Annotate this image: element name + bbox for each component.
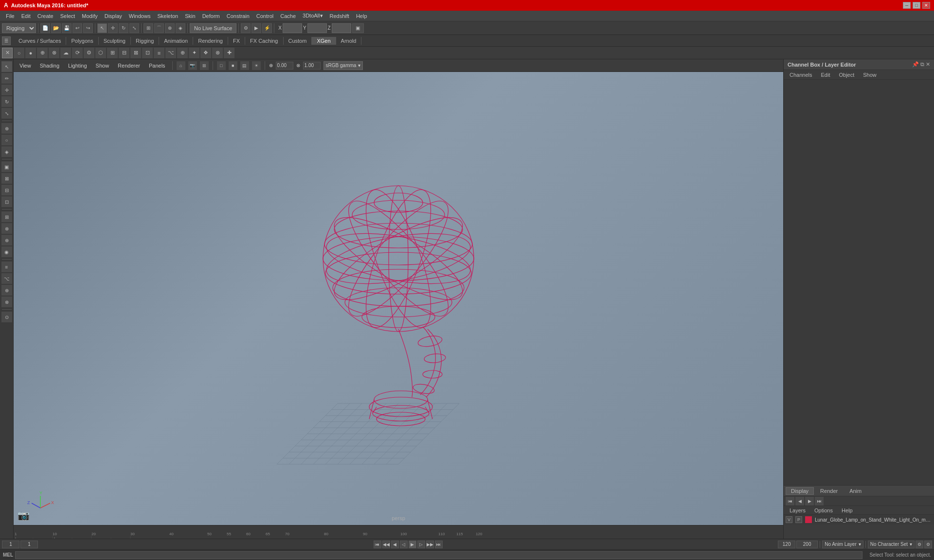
range-max-field[interactable]: 200 xyxy=(796,541,818,548)
shelf-icon-10[interactable]: ⊞ xyxy=(107,48,118,58)
tab-fx[interactable]: FX xyxy=(228,37,245,45)
shelf-icon-17[interactable]: ✦ xyxy=(189,48,199,58)
save-scene-button[interactable]: 💾 xyxy=(62,23,72,33)
soft-select[interactable]: ⊕ xyxy=(1,123,12,134)
menu-deform[interactable]: Deform xyxy=(199,12,223,20)
cb-tab-show[interactable]: Show xyxy=(859,71,880,78)
viewport-canvas[interactable]: X Y Z 📷 persp xyxy=(14,72,783,525)
tab-animation[interactable]: Animation xyxy=(159,37,193,45)
shelf-icon-1[interactable]: ✕ xyxy=(2,48,13,58)
new-scene-button[interactable]: 📄 xyxy=(40,23,50,33)
vp-menu-show[interactable]: Show xyxy=(93,62,112,70)
current-frame-field[interactable]: 1 xyxy=(20,541,38,548)
menu-display[interactable]: Display xyxy=(102,12,125,20)
close-button[interactable]: ✕ xyxy=(922,2,930,9)
vp-wireframe-btn[interactable]: □ xyxy=(217,61,226,70)
select-tool[interactable]: ↖ xyxy=(1,61,12,72)
tab-fx-caching[interactable]: FX Caching xyxy=(245,37,283,45)
range-end-field[interactable]: 120 xyxy=(778,541,795,548)
lt-extra-4[interactable]: ⊗ xyxy=(1,297,12,307)
shelf-icon-9[interactable]: ⬡ xyxy=(95,48,106,58)
open-scene-button[interactable]: 📂 xyxy=(51,23,61,33)
tab-polygons[interactable]: Polygons xyxy=(66,37,98,45)
xyz-button[interactable]: ▣ xyxy=(352,23,364,33)
menu-edit[interactable]: Edit xyxy=(18,12,34,20)
vp-menu-shading[interactable]: Shading xyxy=(37,62,62,70)
menu-constrain[interactable]: Constrain xyxy=(224,12,252,20)
cb-tab-object[interactable]: Object xyxy=(835,71,858,78)
vp-menu-view[interactable]: View xyxy=(17,62,34,70)
quick-layout-3[interactable]: ⊕ xyxy=(1,235,12,245)
pb-settings[interactable]: ⚙ xyxy=(916,541,923,548)
redo-button[interactable]: ↪ xyxy=(83,23,93,33)
rotate-tool[interactable]: ↻ xyxy=(1,96,12,107)
cb-tab-edit[interactable]: Edit xyxy=(817,71,834,78)
vp-menu-renderer[interactable]: Renderer xyxy=(115,62,143,70)
shelf-icon-16[interactable]: ⊕ xyxy=(177,48,188,58)
undo-button[interactable]: ↩ xyxy=(72,23,82,33)
quick-layout-4[interactable]: ◉ xyxy=(1,246,12,257)
quick-layout-2[interactable]: ⊗ xyxy=(1,223,12,234)
cb-tab-channels[interactable]: Channels xyxy=(786,71,816,78)
tab-rendering[interactable]: Rendering xyxy=(193,37,228,45)
no-live-surface-button[interactable]: No Live Surface xyxy=(190,23,236,33)
scale-tool-button[interactable]: ⤡ xyxy=(129,23,139,33)
x-field[interactable] xyxy=(283,23,302,33)
pb-play-back[interactable]: ◁ xyxy=(400,541,408,548)
menu-cache[interactable]: Cache xyxy=(277,12,299,20)
snap-curve-button[interactable]: ⌒ xyxy=(154,23,164,33)
shelf-icon-12[interactable]: ⊠ xyxy=(130,48,141,58)
layer-tab-anim[interactable]: Anim xyxy=(844,487,867,495)
pb-prev-frame[interactable]: ◀ xyxy=(391,541,399,548)
layer-visibility-v[interactable]: V xyxy=(786,516,792,523)
show-manip[interactable]: ▣ xyxy=(1,161,12,172)
pb-prev-key[interactable]: ◀◀ xyxy=(382,541,390,548)
menu-control[interactable]: Control xyxy=(253,12,276,20)
menu-modify[interactable]: Modify xyxy=(79,12,100,20)
vp-val1-input[interactable] xyxy=(276,62,293,70)
layer-nav-next[interactable]: ▶ xyxy=(805,497,814,506)
char-set-dropdown[interactable]: No Character Set ▾ xyxy=(868,541,915,548)
layers-menu-layers[interactable]: Layers xyxy=(786,507,809,514)
paint-select[interactable]: ◈ xyxy=(1,146,12,157)
move-tool-button[interactable]: ✛ xyxy=(108,23,118,33)
shelf-icon-4[interactable]: ⊕ xyxy=(37,48,48,58)
vp-camera-btn[interactable]: 📷 xyxy=(188,61,197,70)
render-layer[interactable]: ⊟ xyxy=(1,185,12,195)
layer-nav-last[interactable]: ⏭ xyxy=(815,497,824,506)
vp-light-btn[interactable]: ☀ xyxy=(252,61,261,70)
shelf-icon-18[interactable]: ❖ xyxy=(200,48,211,58)
scale-tool[interactable]: ⤡ xyxy=(1,108,12,119)
menu-redshift[interactable]: Redshift xyxy=(327,12,352,20)
shelf-icon-7[interactable]: ⟳ xyxy=(72,48,83,58)
menu-3dtoall[interactable]: 3DtoAll▾ xyxy=(300,12,325,20)
vp-home-btn[interactable]: ⌂ xyxy=(177,61,185,70)
move-tool[interactable]: ✛ xyxy=(1,85,12,95)
pb-play-forward[interactable]: ▶ xyxy=(409,541,416,548)
lt-extra-1[interactable]: ≡ xyxy=(1,262,12,272)
tab-rigging[interactable]: Rigging xyxy=(131,37,159,45)
mode-dropdown[interactable]: Rigging xyxy=(2,23,36,33)
shelf-icon-13[interactable]: ⊡ xyxy=(142,48,153,58)
z-field[interactable] xyxy=(332,23,351,33)
shelf-icon-8[interactable]: ⚙ xyxy=(84,48,94,58)
tab-curves-surfaces[interactable]: Curves / Surfaces xyxy=(14,37,66,45)
render-settings-button[interactable]: ⚙ xyxy=(241,23,251,33)
tab-custom[interactable]: Custom xyxy=(284,37,312,45)
menu-windows[interactable]: Windows xyxy=(126,12,154,20)
shelf-icon-6[interactable]: ☁ xyxy=(60,48,71,58)
vp-texture-btn[interactable]: ▤ xyxy=(240,61,249,70)
lt-bottom-btn[interactable]: ⊙ xyxy=(1,312,12,322)
vp-smooth-btn[interactable]: ■ xyxy=(229,61,237,70)
pb-next-frame[interactable]: ▷ xyxy=(417,541,425,548)
display-layer[interactable]: ⊠ xyxy=(1,173,12,184)
quick-layout-1[interactable]: ⊞ xyxy=(1,211,12,222)
lasso-select[interactable]: ○ xyxy=(1,135,12,145)
pb-go-end[interactable]: ⏭ xyxy=(435,541,443,548)
anim-layer[interactable]: ⊡ xyxy=(1,196,12,207)
tab-sculpting[interactable]: Sculpting xyxy=(99,37,131,45)
vp-val2-input[interactable] xyxy=(303,62,321,70)
maximize-button[interactable]: □ xyxy=(913,2,920,9)
gamma-selector[interactable]: sRGB gamma ▾ xyxy=(323,61,363,70)
menu-help[interactable]: Help xyxy=(353,12,370,20)
